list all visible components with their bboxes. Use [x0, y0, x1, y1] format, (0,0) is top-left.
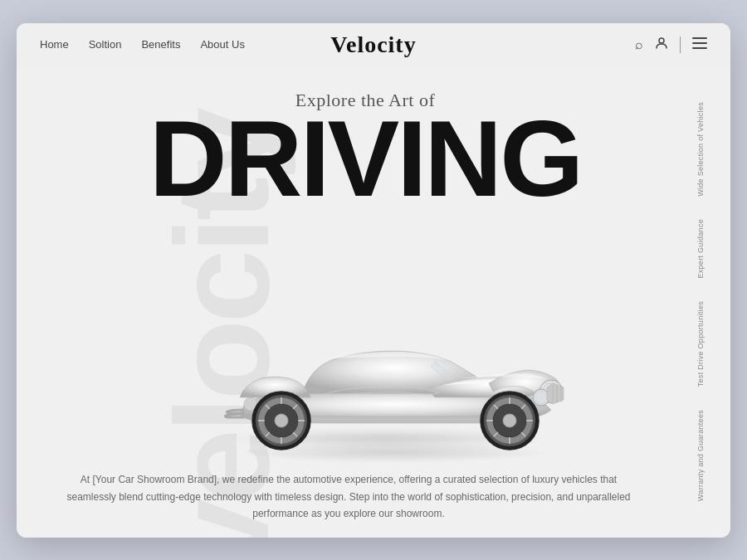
- svg-rect-2: [692, 42, 707, 44]
- nav-divider: [680, 37, 681, 53]
- nav-home[interactable]: Home: [40, 38, 69, 51]
- navbar: Home Soltion Benefits About Us Velocity …: [17, 23, 730, 66]
- nav-solution[interactable]: Soltion: [89, 38, 122, 51]
- sidebar-item-wide-selection[interactable]: Wide Selection of Vehicles: [696, 102, 706, 197]
- car-image: [194, 269, 576, 451]
- svg-point-18: [275, 414, 288, 427]
- search-icon[interactable]: ⌕: [635, 37, 643, 52]
- nav-left: Home Soltion Benefits About Us: [40, 38, 245, 51]
- svg-point-31: [503, 414, 516, 427]
- sidebar-item-warranty[interactable]: Warranty and Guarantees: [696, 410, 706, 501]
- sidebar-item-test-drive[interactable]: Test Drive Opportunities: [696, 301, 706, 387]
- hero-title: DRIVING: [66, 105, 664, 212]
- sidebar-item-expert-guidance[interactable]: Expert Guidance: [696, 219, 706, 279]
- nav-benefits[interactable]: Benefits: [141, 38, 180, 51]
- svg-rect-5: [310, 416, 489, 423]
- user-icon[interactable]: [655, 37, 668, 53]
- right-sidebar: Wide Selection of Vehicles Expert Guidan…: [672, 66, 730, 538]
- nav-right: ⌕: [635, 37, 707, 53]
- hero-area: Explore the Art of DRIVING: [66, 90, 664, 212]
- car-area: [194, 269, 593, 455]
- nav-center: Velocity: [330, 32, 416, 58]
- svg-rect-1: [692, 37, 707, 39]
- brand-logo[interactable]: Velocity: [330, 32, 416, 57]
- browser-frame: velocity Home Soltion Benefits About Us …: [17, 23, 730, 538]
- svg-point-10: [535, 392, 547, 403]
- car-shadow: [236, 442, 551, 463]
- menu-icon[interactable]: [692, 37, 707, 52]
- main-content: velocity Home Soltion Benefits About Us …: [17, 23, 730, 538]
- nav-about[interactable]: About Us: [200, 38, 244, 51]
- svg-point-0: [659, 38, 664, 43]
- description-text: At [Your Car Showroom Brand], we redefin…: [66, 471, 631, 522]
- svg-rect-3: [692, 47, 707, 49]
